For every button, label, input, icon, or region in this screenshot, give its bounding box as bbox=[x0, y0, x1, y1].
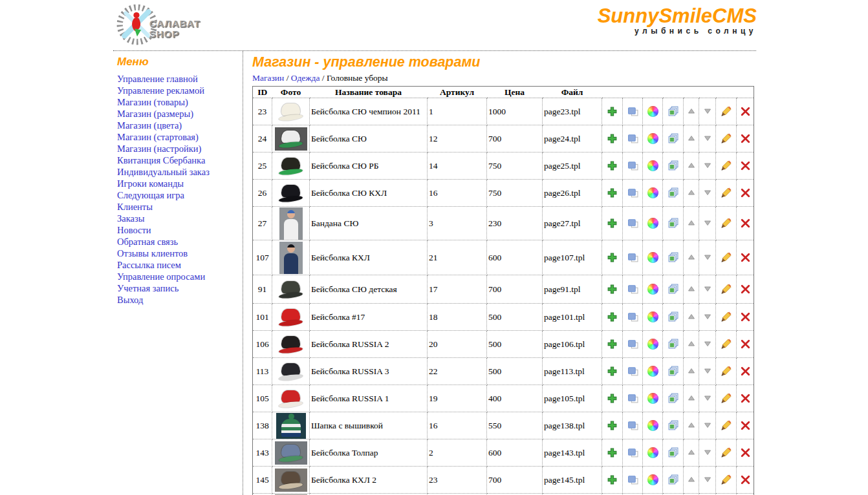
sidebar-item[interactable]: Индивидуальный заказ bbox=[117, 166, 241, 178]
sidebar-item[interactable]: Заказы bbox=[117, 213, 241, 224]
move-up-icon[interactable] bbox=[686, 284, 697, 295]
delete-icon[interactable] bbox=[740, 339, 751, 350]
move-up-icon[interactable] bbox=[686, 218, 697, 229]
move-up-icon[interactable] bbox=[686, 474, 697, 485]
sizes-icon[interactable] bbox=[627, 420, 638, 431]
move-down-icon[interactable] bbox=[702, 187, 713, 198]
add-icon[interactable] bbox=[607, 420, 618, 431]
sidebar-item[interactable]: Игроки команды bbox=[117, 178, 241, 189]
edit-icon[interactable] bbox=[721, 393, 732, 404]
move-down-icon[interactable] bbox=[702, 160, 713, 171]
sidebar-item[interactable]: Квитанция Сбербанка bbox=[117, 154, 241, 166]
delete-icon[interactable] bbox=[740, 187, 751, 198]
sizes-icon[interactable] bbox=[627, 160, 638, 171]
colors-icon[interactable] bbox=[647, 218, 658, 229]
delete-icon[interactable] bbox=[740, 252, 751, 263]
colors-icon[interactable] bbox=[647, 393, 658, 404]
move-down-icon[interactable] bbox=[702, 474, 713, 485]
colors-icon[interactable] bbox=[647, 252, 658, 263]
sidebar-item[interactable]: Управление опросами bbox=[117, 271, 241, 282]
delete-icon[interactable] bbox=[740, 366, 751, 377]
delete-icon[interactable] bbox=[740, 284, 751, 295]
edit-icon[interactable] bbox=[721, 311, 732, 322]
colors-icon[interactable] bbox=[647, 284, 658, 295]
edit-icon[interactable] bbox=[721, 284, 732, 295]
move-up-icon[interactable] bbox=[686, 420, 697, 431]
move-down-icon[interactable] bbox=[702, 393, 713, 404]
sidebar-item[interactable]: Новости bbox=[117, 224, 241, 236]
move-up-icon[interactable] bbox=[686, 133, 697, 144]
add-icon[interactable] bbox=[607, 106, 618, 117]
sizes-icon[interactable] bbox=[627, 106, 638, 117]
move-up-icon[interactable] bbox=[686, 160, 697, 171]
colors-icon[interactable] bbox=[647, 339, 658, 350]
delete-icon[interactable] bbox=[740, 218, 751, 229]
sizes-icon[interactable] bbox=[627, 366, 638, 377]
add-icon[interactable] bbox=[607, 393, 618, 404]
copy-icon[interactable] bbox=[667, 339, 678, 350]
delete-icon[interactable] bbox=[740, 393, 751, 404]
move-down-icon[interactable] bbox=[702, 218, 713, 229]
sizes-icon[interactable] bbox=[627, 393, 638, 404]
move-up-icon[interactable] bbox=[686, 339, 697, 350]
move-up-icon[interactable] bbox=[686, 366, 697, 377]
sizes-icon[interactable] bbox=[627, 252, 638, 263]
edit-icon[interactable] bbox=[721, 339, 732, 350]
add-icon[interactable] bbox=[607, 474, 618, 485]
copy-icon[interactable] bbox=[667, 218, 678, 229]
copy-icon[interactable] bbox=[667, 393, 678, 404]
sidebar-item[interactable]: Магазин (стартовая) bbox=[117, 131, 241, 143]
sizes-icon[interactable] bbox=[627, 218, 638, 229]
edit-icon[interactable] bbox=[721, 474, 732, 485]
move-down-icon[interactable] bbox=[702, 252, 713, 263]
colors-icon[interactable] bbox=[647, 106, 658, 117]
edit-icon[interactable] bbox=[721, 160, 732, 171]
add-icon[interactable] bbox=[607, 284, 618, 295]
add-icon[interactable] bbox=[607, 187, 618, 198]
edit-icon[interactable] bbox=[721, 218, 732, 229]
move-down-icon[interactable] bbox=[702, 420, 713, 431]
delete-icon[interactable] bbox=[740, 474, 751, 485]
move-down-icon[interactable] bbox=[702, 339, 713, 350]
colors-icon[interactable] bbox=[647, 420, 658, 431]
sidebar-item[interactable]: Рассылка писем bbox=[117, 259, 241, 271]
sizes-icon[interactable] bbox=[627, 339, 638, 350]
copy-icon[interactable] bbox=[667, 252, 678, 263]
add-icon[interactable] bbox=[607, 311, 618, 322]
edit-icon[interactable] bbox=[721, 366, 732, 377]
move-down-icon[interactable] bbox=[702, 133, 713, 144]
delete-icon[interactable] bbox=[740, 106, 751, 117]
add-icon[interactable] bbox=[607, 339, 618, 350]
copy-icon[interactable] bbox=[667, 106, 678, 117]
colors-icon[interactable] bbox=[647, 311, 658, 322]
edit-icon[interactable] bbox=[721, 187, 732, 198]
edit-icon[interactable] bbox=[721, 106, 732, 117]
sizes-icon[interactable] bbox=[627, 447, 638, 458]
add-icon[interactable] bbox=[607, 133, 618, 144]
move-up-icon[interactable] bbox=[686, 447, 697, 458]
breadcrumb-link[interactable]: Магазин bbox=[252, 73, 284, 83]
add-icon[interactable] bbox=[607, 218, 618, 229]
sizes-icon[interactable] bbox=[627, 474, 638, 485]
add-icon[interactable] bbox=[607, 447, 618, 458]
sidebar-item[interactable]: Управление рекламой bbox=[117, 85, 241, 96]
copy-icon[interactable] bbox=[667, 284, 678, 295]
edit-icon[interactable] bbox=[721, 252, 732, 263]
edit-icon[interactable] bbox=[721, 447, 732, 458]
sizes-icon[interactable] bbox=[627, 133, 638, 144]
delete-icon[interactable] bbox=[740, 311, 751, 322]
colors-icon[interactable] bbox=[647, 160, 658, 171]
move-down-icon[interactable] bbox=[702, 366, 713, 377]
copy-icon[interactable] bbox=[667, 160, 678, 171]
move-up-icon[interactable] bbox=[686, 393, 697, 404]
sidebar-item[interactable]: Магазин (товары) bbox=[117, 96, 241, 108]
sidebar-item[interactable]: Учетная запись bbox=[117, 282, 241, 294]
sidebar-item[interactable]: Управление главной bbox=[117, 73, 241, 85]
sizes-icon[interactable] bbox=[627, 187, 638, 198]
copy-icon[interactable] bbox=[667, 420, 678, 431]
move-down-icon[interactable] bbox=[702, 311, 713, 322]
delete-icon[interactable] bbox=[740, 133, 751, 144]
colors-icon[interactable] bbox=[647, 187, 658, 198]
add-icon[interactable] bbox=[607, 160, 618, 171]
copy-icon[interactable] bbox=[667, 474, 678, 485]
